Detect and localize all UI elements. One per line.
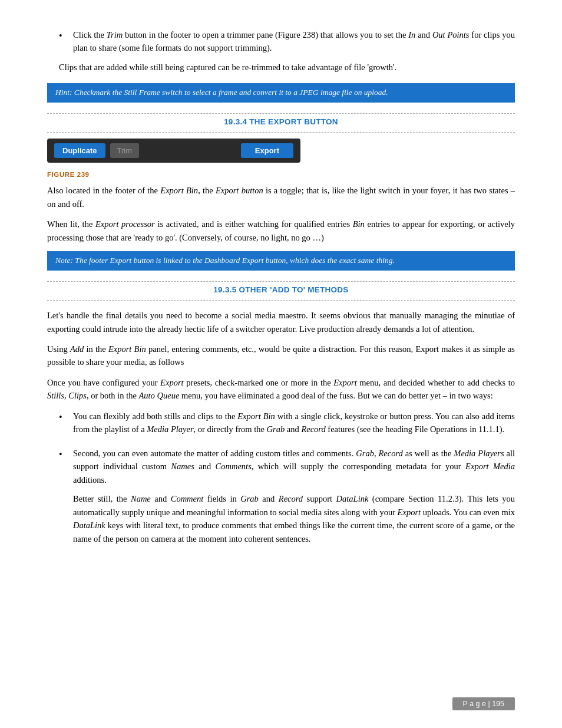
section-divider-2-top: [47, 281, 515, 282]
section-19-3-5-heading: 19.3.5 OTHER 'ADD TO' METHODS: [47, 285, 515, 294]
section-title: THE EXPORT BUTTON: [249, 117, 338, 126]
section-divider-2-bottom: [47, 300, 515, 301]
section-number: 19.3.4: [224, 117, 247, 126]
para-configured-export: Once you have configured your Export pre…: [47, 376, 515, 403]
export-button[interactable]: Export: [241, 143, 293, 158]
trim-button[interactable]: Trim: [110, 143, 140, 158]
bullet-text-2: Second, you can even automate the matter…: [73, 447, 515, 486]
section-19-3-4-heading: 19.3.4 THE EXPORT BUTTON: [47, 117, 515, 126]
page: • Click the Trim button in the footer to…: [0, 0, 562, 728]
footer-bar-figure: Duplicate Trim Export: [47, 139, 300, 163]
section2-title: OTHER 'ADD TO' METHODS: [239, 285, 349, 294]
bullet-item-1: • You can flexibly add both stills and c…: [47, 410, 515, 436]
para-add-distraction: Using Add in the Export Bin panel, enter…: [47, 342, 515, 369]
bullet-text-1: You can flexibly add both stills and cli…: [73, 410, 515, 436]
bullet2-sub-para: Better still, the Name and Comment field…: [73, 492, 515, 545]
bullet-trim-text: Click the Trim button in the footer to o…: [73, 28, 515, 55]
bullet-dot-1: •: [59, 410, 70, 424]
para-social-media: Let's handle the final details you need …: [47, 309, 515, 335]
bullet-dot: •: [59, 29, 70, 43]
duplicate-button[interactable]: Duplicate: [54, 143, 105, 158]
page-number: P a g e | 195: [452, 697, 515, 710]
section-divider-bottom: [47, 132, 515, 133]
para-export-toggle: Also located in the footer of the Export…: [47, 184, 515, 210]
note-box-text: Note: The footer Export button is linked…: [55, 256, 395, 265]
bullet-item-trim: • Click the Trim button in the footer to…: [47, 28, 515, 55]
hint-box: Hint: Checkmark the Still Frame switch t…: [47, 83, 515, 103]
section2-number: 19.3.5: [213, 285, 236, 294]
indent-para-growth: Clips that are added while still being c…: [59, 61, 515, 74]
methods-bullets: • You can flexibly add both stills and c…: [47, 410, 515, 545]
bullet-dot-2: •: [59, 447, 70, 462]
bullet-item-2: • Second, you can even automate the matt…: [47, 447, 515, 486]
note-box: Note: The footer Export button is linked…: [47, 251, 515, 271]
para-export-processor: When lit, the Export processor is activa…: [47, 218, 515, 244]
section-divider-top: [47, 113, 515, 114]
hint-box-text: Hint: Checkmark the Still Frame switch t…: [55, 88, 388, 97]
intro-section: • Click the Trim button in the footer to…: [47, 28, 515, 74]
figure-label: FIGURE 239: [47, 171, 515, 178]
